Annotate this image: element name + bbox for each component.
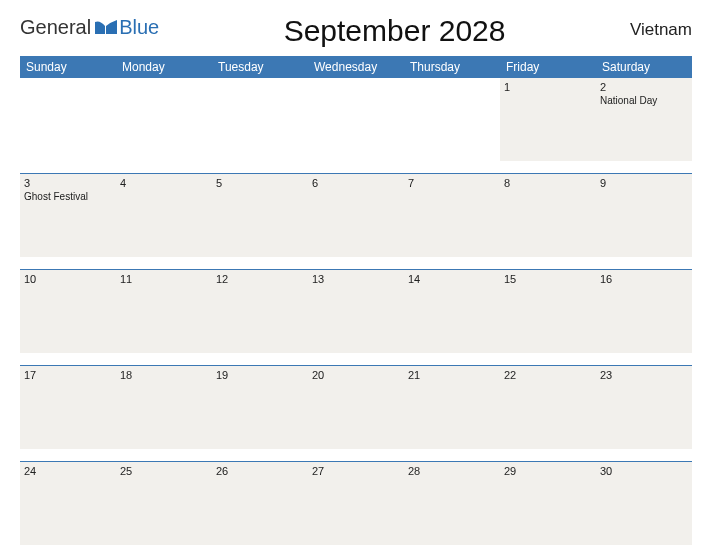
calendar-cell: [404, 78, 500, 161]
calendar-cell: 12: [212, 270, 308, 354]
calendar-cell: 10: [20, 270, 116, 354]
calendar-cell: [308, 78, 404, 161]
calendar-cell: 29: [500, 462, 596, 546]
day-number: 6: [312, 177, 400, 189]
calendar-body: 12National Day3Ghost Festival45678910111…: [20, 78, 692, 545]
day-number: 23: [600, 369, 688, 381]
calendar-cell: 3Ghost Festival: [20, 174, 116, 258]
calendar-cell: 27: [308, 462, 404, 546]
calendar-cell: 14: [404, 270, 500, 354]
calendar-cell: 13: [308, 270, 404, 354]
calendar-cell: [212, 78, 308, 161]
dayname: Sunday: [20, 56, 116, 78]
day-number: 21: [408, 369, 496, 381]
logo: General Blue: [20, 16, 159, 39]
calendar-cell: 20: [308, 366, 404, 450]
day-number: 27: [312, 465, 400, 477]
calendar-cell: 2National Day: [596, 78, 692, 161]
calendar-cell: 24: [20, 462, 116, 546]
day-number: 12: [216, 273, 304, 285]
day-number: 22: [504, 369, 592, 381]
day-number: 3: [24, 177, 112, 189]
dayname: Friday: [500, 56, 596, 78]
calendar-cell: 22: [500, 366, 596, 450]
page-title: September 2028: [284, 14, 506, 48]
calendar-cell: 18: [116, 366, 212, 450]
dayname: Tuesday: [212, 56, 308, 78]
day-number: 30: [600, 465, 688, 477]
day-number: 4: [120, 177, 208, 189]
day-number: 25: [120, 465, 208, 477]
calendar-cell: 1: [500, 78, 596, 161]
day-number: 17: [24, 369, 112, 381]
day-number: 26: [216, 465, 304, 477]
day-number: 2: [600, 81, 688, 93]
calendar-cell: 16: [596, 270, 692, 354]
row-spacer: [20, 161, 692, 174]
calendar-cell: 15: [500, 270, 596, 354]
day-number: 15: [504, 273, 592, 285]
day-number: 14: [408, 273, 496, 285]
day-number: 24: [24, 465, 112, 477]
calendar-cell: 23: [596, 366, 692, 450]
country-label: Vietnam: [630, 20, 692, 40]
calendar-cell: 7: [404, 174, 500, 258]
calendar-cell: 8: [500, 174, 596, 258]
day-number: 29: [504, 465, 592, 477]
day-number: 13: [312, 273, 400, 285]
day-number: 18: [120, 369, 208, 381]
event-label: National Day: [600, 95, 657, 106]
calendar-cell: 11: [116, 270, 212, 354]
calendar-cell: 21: [404, 366, 500, 450]
calendar-cell: 6: [308, 174, 404, 258]
calendar-cell: 28: [404, 462, 500, 546]
day-number: 11: [120, 273, 208, 285]
day-number: 20: [312, 369, 400, 381]
calendar-cell: 4: [116, 174, 212, 258]
calendar-cell: [20, 78, 116, 161]
day-number: 5: [216, 177, 304, 189]
day-number: 1: [504, 81, 592, 93]
calendar-cell: 19: [212, 366, 308, 450]
logo-text-2: Blue: [119, 16, 159, 39]
calendar-cell: 30: [596, 462, 692, 546]
logo-mark-icon: [95, 20, 117, 36]
row-spacer: [20, 353, 692, 366]
row-spacer: [20, 449, 692, 462]
day-number: 7: [408, 177, 496, 189]
calendar-cell: 26: [212, 462, 308, 546]
dayname: Thursday: [404, 56, 500, 78]
day-number: 9: [600, 177, 688, 189]
day-number: 10: [24, 273, 112, 285]
dayname: Saturday: [596, 56, 692, 78]
header: General Blue September 2028 Vietnam: [20, 16, 692, 48]
dayname: Monday: [116, 56, 212, 78]
day-number: 16: [600, 273, 688, 285]
day-number: 8: [504, 177, 592, 189]
day-number: 28: [408, 465, 496, 477]
calendar-cell: 9: [596, 174, 692, 258]
calendar-cell: [116, 78, 212, 161]
calendar-cell: 5: [212, 174, 308, 258]
calendar-cell: 25: [116, 462, 212, 546]
event-label: Ghost Festival: [24, 191, 88, 202]
calendar-header: Sunday Monday Tuesday Wednesday Thursday…: [20, 56, 692, 78]
calendar: Sunday Monday Tuesday Wednesday Thursday…: [20, 56, 692, 545]
dayname: Wednesday: [308, 56, 404, 78]
row-spacer: [20, 257, 692, 270]
day-number: 19: [216, 369, 304, 381]
logo-text-1: General: [20, 16, 91, 39]
calendar-cell: 17: [20, 366, 116, 450]
